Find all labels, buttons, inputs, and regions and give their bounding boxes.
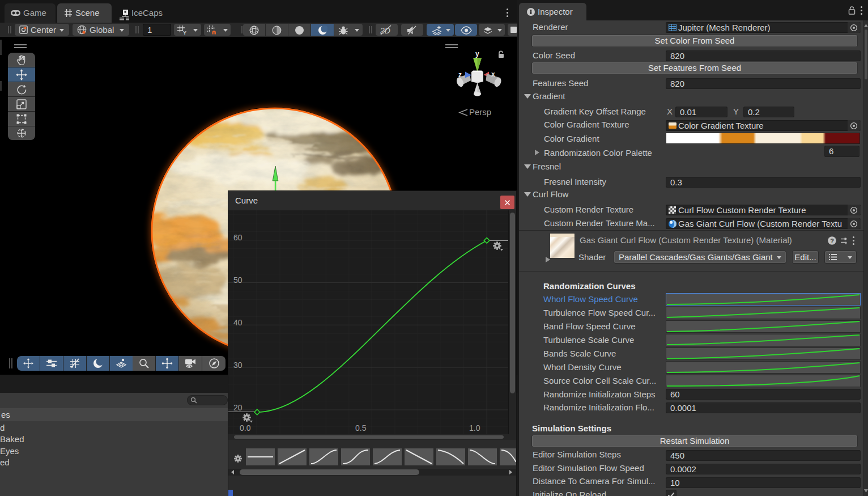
svg-text:20: 20 (233, 403, 242, 412)
svg-text:30: 30 (233, 361, 242, 370)
svg-text:z: z (458, 71, 462, 79)
svg-text:0.0: 0.0 (240, 423, 251, 433)
svg-text:?: ? (830, 238, 834, 244)
svg-text:1.0: 1.0 (469, 423, 480, 433)
svg-text:60: 60 (233, 233, 242, 242)
svg-text:40: 40 (233, 318, 242, 327)
svg-text:50: 50 (233, 275, 242, 285)
svg-text:x: x (491, 70, 495, 78)
svg-text:Y: Y (183, 30, 186, 35)
svg-text:y: y (475, 50, 479, 58)
svg-text:0.5: 0.5 (355, 423, 367, 433)
